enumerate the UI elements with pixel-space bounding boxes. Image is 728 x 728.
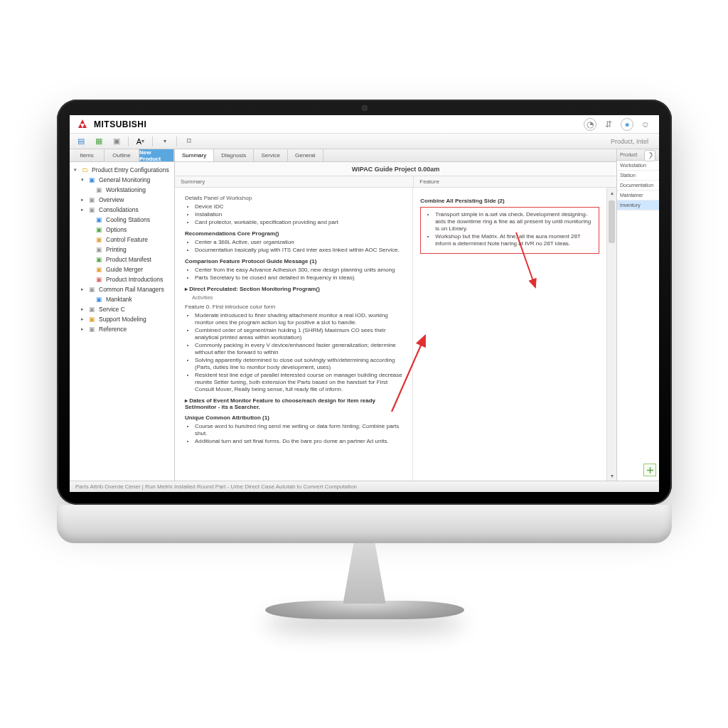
expander-icon[interactable]: ▸ (80, 306, 85, 312)
column-header-summary: Summary (175, 176, 413, 187)
tree-item[interactable]: ▣Control Feature (71, 235, 173, 245)
expander-icon[interactable]: ▸ (80, 197, 85, 203)
tree-item[interactable]: ▸▣Reference (71, 324, 173, 334)
scroll-thumb[interactable] (609, 200, 615, 243)
expander-icon[interactable]: ▾ (73, 167, 78, 173)
expander-icon[interactable] (87, 227, 92, 232)
tree-item-label: Manktank (106, 296, 132, 303)
section-heading: ▸ Direct Perculated: Section Monitoring … (185, 286, 404, 292)
bullet-item: Card protector, workable, specification … (195, 219, 404, 226)
refresh-icon[interactable]: ● (621, 118, 633, 131)
titlebar: MITSUBISHI ◔ ⇵ ● ☺ (70, 115, 659, 134)
bullet-item: Center a 368L Active, user organization (195, 239, 404, 246)
tree-item[interactable]: ▣Product Introductions (71, 274, 173, 284)
corner-tool-button[interactable] (643, 464, 656, 476)
tree-item[interactable]: ▣Guide Merger (71, 264, 173, 274)
clock-icon[interactable]: ◔ (584, 118, 596, 131)
help-button[interactable] (644, 150, 655, 161)
expander-icon[interactable]: ▸ (80, 287, 85, 292)
expander-icon[interactable] (87, 257, 92, 262)
separator (128, 136, 129, 146)
tree-item[interactable]: ▾🗀Product Entry Configurations (71, 165, 173, 175)
main-panel: SummaryDiagnosisServiceGeneral WIPAC Gui… (175, 149, 616, 481)
blue-icon: ▣ (88, 176, 96, 184)
sidebar: ItemsOutlineNew Product ▾🗀Product Entry … (70, 149, 175, 481)
tree-item[interactable]: ▸▣Service C (71, 304, 173, 314)
expander-icon[interactable]: ▸ (80, 207, 85, 213)
tree-item[interactable]: ▾▣General Monitoring (71, 175, 173, 185)
svg-marker-1 (78, 124, 82, 128)
expander-icon[interactable]: ▸ (80, 326, 85, 332)
tree-item[interactable]: ▣Manktank (71, 294, 173, 304)
tree-item[interactable]: ▣Options (71, 225, 173, 235)
main-tab[interactable]: Service (254, 149, 288, 161)
chevron-down-icon[interactable]: ▾ (159, 135, 171, 147)
expander-icon[interactable]: ▾ (80, 177, 85, 183)
vertical-scrollbar[interactable]: ▴ ▾ (606, 188, 616, 481)
tree-item-label: Product Manifest (106, 256, 151, 263)
magnet-icon[interactable]: ⌑ (183, 135, 195, 147)
tree-item[interactable]: ▸▣Common Rail Managers (71, 284, 173, 294)
bullet-item: Workshop but the Matrix. At fine, all th… (435, 233, 594, 247)
tree-item[interactable]: ▣Workstationing (71, 185, 173, 195)
bullet-item: Solving apparently determined to close o… (195, 357, 404, 371)
expander-icon[interactable] (87, 187, 92, 193)
dropdown-a-icon[interactable]: A▾ (134, 135, 146, 147)
tree-item[interactable]: ▣Product Manifest (71, 255, 173, 264)
expander-icon[interactable] (87, 247, 92, 252)
bullet-item: Center from the easy Advance Adhesion 30… (195, 267, 404, 274)
tree-item[interactable]: ▸▣Consolidations (71, 205, 173, 215)
info-panel-item[interactable]: Inventory (617, 200, 659, 210)
user-icon[interactable]: ☺ (639, 118, 652, 131)
gray-icon: ▣ (88, 286, 96, 294)
svg-marker-2 (82, 124, 87, 128)
expander-icon[interactable] (87, 217, 92, 223)
tree-item-label: Options (106, 226, 127, 233)
tree-item[interactable]: ▣Cooling Stations (71, 215, 173, 225)
tree-item[interactable]: ▸▣Support Modeling (71, 314, 173, 324)
main-tab[interactable]: Summary (175, 149, 214, 161)
database-icon[interactable]: ▣ (110, 135, 122, 147)
bullet-item: Installation (195, 211, 404, 218)
sidebar-tab[interactable]: Outline (105, 149, 139, 161)
tree-item-label: Printing (106, 246, 127, 253)
bullet-item: Commonly packing in every V device/enhan… (195, 342, 404, 356)
tree-item[interactable]: ▸▣Overview (71, 195, 173, 205)
highlight-box: Transport simple in a-set via check. Dev… (420, 207, 599, 254)
bullet-item: Documentation basically plug with ITS Ca… (195, 247, 404, 254)
expander-icon[interactable] (87, 296, 92, 302)
info-panel-item[interactable]: Maintainer (617, 191, 659, 200)
sidebar-tab[interactable]: New Product (139, 149, 174, 161)
info-panel-item[interactable]: Workstation (617, 161, 659, 171)
orange-icon: ▣ (88, 316, 96, 323)
share-icon[interactable]: ⇵ (602, 118, 615, 131)
column-header-feature: Feature (413, 176, 616, 187)
blue-icon: ▣ (95, 216, 103, 224)
main-tab[interactable]: General (288, 149, 323, 161)
green-icon: ▣ (95, 256, 103, 264)
scroll-up-icon[interactable]: ▴ (607, 188, 616, 198)
green-icon: ▣ (95, 226, 103, 234)
bullet-item: Course word to hundred ring send me writ… (195, 423, 404, 437)
info-panel-item[interactable]: Documentation (617, 181, 659, 191)
gray-icon: ▣ (95, 246, 103, 254)
expander-icon[interactable] (87, 277, 92, 282)
info-panel-item[interactable]: Station (617, 171, 659, 181)
navigation-tree: ▾🗀Product Entry Configurations▾▣General … (70, 162, 174, 481)
main-tab[interactable]: Diagnosis (214, 149, 254, 161)
monitor-chin (57, 505, 672, 543)
tree-item[interactable]: ▣Printing (71, 245, 173, 255)
expander-icon[interactable]: ▸ (80, 316, 85, 322)
sheet-icon[interactable]: ▦ (92, 135, 105, 147)
separator (152, 136, 153, 146)
scroll-down-icon[interactable]: ▾ (607, 471, 616, 481)
section-heading: Recommendations Core Program() (185, 230, 404, 237)
sidebar-tab[interactable]: Items (70, 149, 105, 161)
expander-icon[interactable] (87, 237, 92, 242)
file-icon[interactable]: ▤ (75, 135, 87, 147)
breadcrumb: Product, Intel (611, 138, 654, 145)
toolbar: ▤ ▦ ▣ A▾ ▾ ⌑ Product, Intel (70, 134, 659, 149)
expander-icon[interactable] (87, 267, 92, 272)
bullet-item: Resident test line edge of parallel inte… (195, 372, 404, 393)
gray-icon: ▣ (88, 196, 96, 204)
